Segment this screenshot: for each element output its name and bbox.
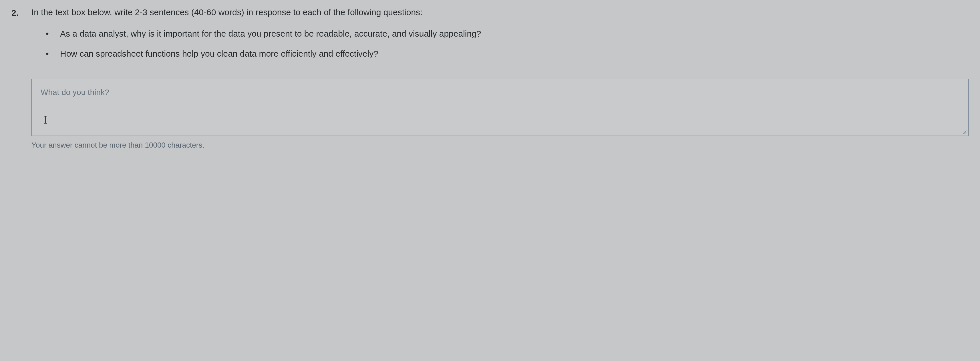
svg-line-0 [963, 130, 966, 134]
question-prompt: In the text box below, write 2-3 sentenc… [32, 6, 969, 19]
bullet-item: How can spreadsheet functions help you c… [43, 47, 969, 60]
question-content: In the text box below, write 2-3 sentenc… [32, 6, 969, 67]
resize-handle-icon[interactable] [962, 129, 967, 135]
question-block: 2. In the text box below, write 2-3 sent… [11, 6, 969, 67]
text-cursor-icon: I [41, 113, 47, 126]
svg-line-1 [964, 132, 966, 134]
bullet-item: As a data analyst, why is it important f… [43, 27, 969, 40]
bullet-list: As a data analyst, why is it important f… [32, 27, 969, 60]
textarea-placeholder: What do you think? [41, 86, 959, 99]
character-limit-hint: Your answer cannot be more than 10000 ch… [32, 140, 969, 151]
question-number: 2. [11, 6, 32, 19]
answer-textarea[interactable]: What do you think? I [32, 79, 969, 136]
